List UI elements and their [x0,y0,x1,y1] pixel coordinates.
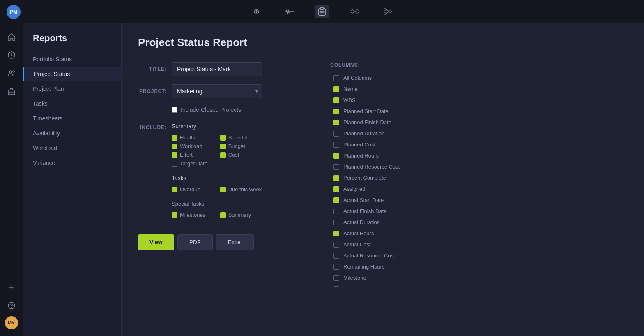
column-label: Actual Duration [343,219,380,225]
column-item: Actual Start Date [330,195,626,205]
column-checkbox[interactable] [334,286,339,287]
check-health: Health [172,134,214,141]
include-closed-label[interactable]: Include Closed Projects [181,107,241,113]
sidebar-item-availability[interactable]: Availability [23,126,121,141]
summary-label: Summary [228,212,251,218]
users-nav-icon[interactable] [4,66,19,81]
column-item: Actual Duration [330,217,626,227]
milestones-label: Milestones [180,212,205,218]
column-checkbox[interactable] [334,253,339,259]
check-workload: Workload [172,143,214,149]
column-label: Planned Cost [343,141,375,148]
view-button[interactable]: View [138,234,174,250]
milestones-checkbox[interactable] [172,212,177,218]
summary-checkbox[interactable] [220,212,226,218]
column-checkbox[interactable] [334,231,339,236]
column-checkbox[interactable] [334,186,339,192]
column-checkbox[interactable] [334,197,339,203]
schedule-label: Schedule [228,134,251,141]
column-checkbox[interactable] [334,209,339,214]
clock-nav-icon[interactable] [4,48,19,63]
sidebar-item-timesheets[interactable]: Timesheets [23,111,121,126]
column-item: All Columns [330,73,626,83]
svg-line-10 [386,12,389,14]
home-nav-icon[interactable] [4,30,19,44]
svg-line-9 [386,9,389,12]
column-item: Actual Finish Date [330,206,626,216]
cost-checkbox[interactable] [220,152,226,158]
column-checkbox[interactable] [334,120,339,125]
column-checkbox[interactable] [334,264,339,270]
column-item: Actual Resource Cost [330,250,626,261]
project-select[interactable]: Marketing Development Design Operations [172,84,262,98]
column-label: Remaining Hours [343,264,384,270]
schedule-checkbox[interactable] [220,135,226,141]
user-avatar[interactable]: MK [5,316,18,329]
include-section: INCLUDE: Summary Health Schedule [138,123,310,218]
columns-section: COLUMNS: All ColumnsNameWBSPlanned Start… [330,62,628,287]
column-checkbox[interactable] [334,142,339,148]
flow-icon[interactable] [381,5,394,18]
sidebar-title: Reports [23,33,121,52]
column-checkbox[interactable] [334,175,339,181]
excel-button[interactable]: Excel [216,234,254,250]
column-checkbox[interactable] [334,75,339,81]
column-checkbox[interactable] [334,131,339,137]
search-zoom-icon[interactable]: ⊕ [250,5,263,18]
pulse-icon[interactable] [283,5,296,18]
svg-rect-8 [389,11,391,12]
column-label: Complete [343,286,366,287]
pdf-button[interactable]: PDF [177,234,213,250]
column-checkbox[interactable] [334,109,339,114]
check-milestones: Milestones [172,212,214,218]
column-item: Planned Hours [330,151,626,161]
project-select-wrapper: Marketing Development Design Operations … [172,84,262,98]
column-checkbox[interactable] [334,164,339,170]
sidebar-item-project-status[interactable]: Project Status [23,67,121,81]
project-row: PROJECT: Marketing Development Design Op… [138,84,310,98]
sidebar-item-workload[interactable]: Workload [23,141,121,155]
column-label: Planned Start Date [343,108,389,114]
add-nav-icon[interactable]: + [4,280,19,295]
check-effort: Effort [172,152,214,158]
special-tasks-grid: Milestones Summary [172,212,262,218]
workload-checkbox[interactable] [172,144,177,149]
due-this-week-checkbox[interactable] [220,187,226,192]
overdue-checkbox[interactable] [172,187,177,192]
health-checkbox[interactable] [172,135,177,141]
column-checkbox[interactable] [334,220,339,225]
title-label: TITLE: [138,66,167,72]
column-checkbox[interactable] [334,153,339,159]
tasks-title: Tasks [172,175,262,181]
clipboard-icon[interactable] [315,5,329,18]
column-label: Assigned [343,186,365,192]
svg-rect-1 [320,8,324,9]
include-label: INCLUDE: [138,123,167,218]
column-checkbox[interactable] [334,97,339,103]
sidebar-item-portfolio-status[interactable]: Portfolio Status [23,52,121,67]
column-label: Name [343,86,358,92]
sidebar-item-project-plan[interactable]: Project Plan [23,81,121,96]
due-this-week-label: Due this week [228,186,262,192]
title-input[interactable] [172,62,262,76]
check-due-this-week: Due this week [220,186,262,192]
summary-title: Summary [172,123,262,130]
effort-checkbox[interactable] [172,152,177,158]
column-checkbox[interactable] [334,275,339,281]
overdue-label: Overdue [180,186,200,192]
svg-point-12 [9,71,12,73]
column-checkbox[interactable] [334,242,339,248]
sidebar-item-variance[interactable]: Variance [23,155,121,170]
help-nav-icon[interactable] [4,298,19,313]
sidebar-item-tasks[interactable]: Tasks [23,96,121,111]
check-cost: Cost [220,152,262,158]
effort-label: Effort [180,152,193,158]
include-closed-checkbox[interactable] [172,107,177,113]
link-icon[interactable] [348,5,361,18]
column-label: Actual Start Date [343,197,384,203]
column-checkbox[interactable] [334,86,339,92]
app-logo[interactable]: PM [7,5,21,19]
target-date-checkbox[interactable] [172,161,177,167]
budget-checkbox[interactable] [220,144,226,149]
briefcase-nav-icon[interactable] [4,84,19,99]
